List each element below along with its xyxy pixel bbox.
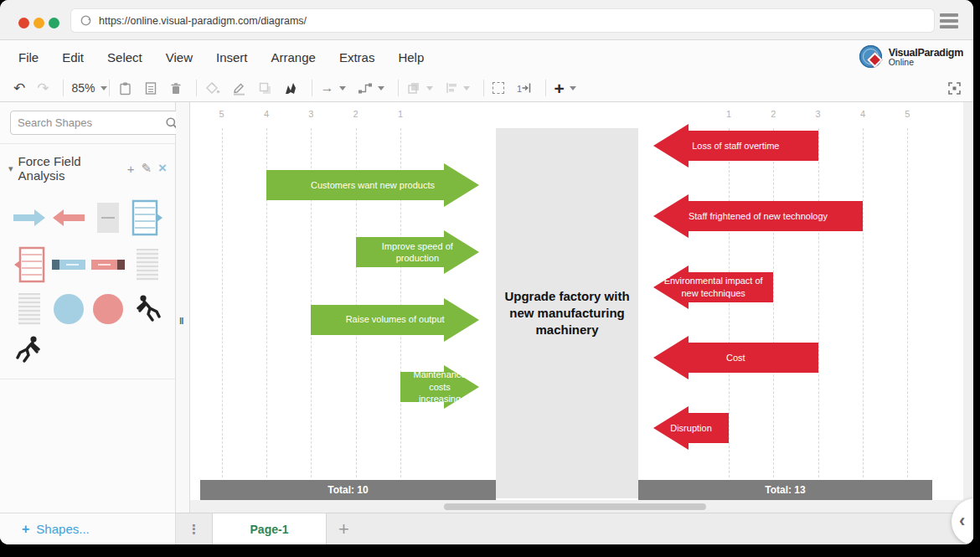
- menu-arrange[interactable]: Arrange: [271, 50, 316, 64]
- driving-arrow-label: Maintenance costs increasing: [400, 365, 479, 409]
- restraining-arrow-label: Cost: [653, 336, 818, 379]
- diagram-canvas[interactable]: Upgrade factory with new manufacturing m…: [190, 102, 973, 513]
- restraining-arrow-label: Loss of staff overtime: [653, 124, 818, 168]
- edit-stencil-icon[interactable]: ✎: [141, 161, 152, 176]
- close-window-button[interactable]: [18, 18, 29, 28]
- panel-resize-gutter[interactable]: ‖: [176, 102, 190, 513]
- restraining-arrow-label: Staff frightened of new technology: [653, 194, 863, 238]
- connector-style-icon[interactable]: [358, 81, 384, 95]
- resize-handle-icon[interactable]: ‖: [179, 316, 184, 326]
- undo-icon[interactable]: ↶: [13, 81, 25, 95]
- maximize-window-button[interactable]: [49, 18, 59, 28]
- gridline: [222, 128, 223, 477]
- driving-arrow-label: Customers want new products: [266, 163, 479, 207]
- ruler-number: 3: [816, 109, 821, 119]
- palette-table-shape-2[interactable]: [18, 293, 40, 325]
- line-color-icon[interactable]: [232, 81, 246, 95]
- shape-palette: [0, 191, 175, 379]
- bring-forward-icon[interactable]: [407, 81, 433, 95]
- palette-driving-arrow-shape[interactable]: [13, 209, 46, 227]
- horizontal-scrollbar[interactable]: [444, 503, 706, 510]
- stencil-section-header: ▾ Force Field Analysis + ✎ ×: [0, 144, 175, 191]
- ruler-number: 3: [308, 109, 313, 119]
- search-shapes-box[interactable]: [10, 111, 186, 135]
- ruler-number: 5: [219, 109, 224, 119]
- menu-bar: File Edit Select View Insert Arrange Ext…: [0, 40, 973, 75]
- palette-driving-bar-shape[interactable]: [52, 260, 85, 270]
- marquee-select-icon[interactable]: [493, 82, 504, 94]
- collapse-icon[interactable]: ▾: [8, 163, 13, 174]
- align-icon[interactable]: [445, 81, 470, 95]
- page-tab-bar: ⋮ Page-1 +: [176, 513, 973, 544]
- arrow-style-icon[interactable]: →: [321, 81, 346, 95]
- note-icon[interactable]: [144, 81, 157, 95]
- menu-help[interactable]: Help: [398, 50, 424, 64]
- add-shape-icon[interactable]: +: [554, 80, 576, 97]
- chevron-left-icon: ‹: [959, 510, 965, 532]
- driving-arrow-label: Raise volumes of output: [311, 298, 479, 342]
- browser-chrome: https://online.visual-paradigm.com/diagr…: [0, 0, 973, 40]
- stencil-section-title: Force Field Analysis: [18, 154, 121, 183]
- address-bar[interactable]: https://online.visual-paradigm.com/diagr…: [71, 9, 934, 32]
- minimize-window-button[interactable]: [34, 18, 44, 28]
- driving-total-bar[interactable]: Total: 10: [200, 480, 496, 500]
- add-stencil-icon[interactable]: +: [127, 162, 135, 176]
- menu-file[interactable]: File: [18, 50, 39, 64]
- visual-paradigm-logo: VisualParadigm Online: [859, 45, 963, 69]
- chevron-down-icon: [378, 86, 384, 90]
- tab-page-1[interactable]: Page-1: [212, 513, 327, 545]
- ruler-number: 5: [905, 109, 910, 119]
- menu-view[interactable]: View: [166, 50, 193, 64]
- driving-arrow-label: Improve speed of production: [356, 230, 479, 274]
- shape-panel: ⋮ ▾ Force Field Analysis + ✎ ×: [0, 102, 176, 544]
- gridline: [773, 128, 774, 477]
- trash-icon[interactable]: [169, 81, 183, 95]
- fit-page-icon[interactable]: 1: [516, 81, 532, 95]
- url-text: https://online.visual-paradigm.com/diagr…: [99, 15, 307, 27]
- svg-text:1: 1: [517, 84, 522, 94]
- add-page-icon[interactable]: +: [327, 520, 361, 539]
- menu-select[interactable]: Select: [107, 50, 142, 64]
- shapes-more-link[interactable]: + Shapes...: [0, 513, 175, 544]
- change-proposal-box[interactable]: Upgrade factory with new manufacturing m…: [496, 128, 638, 498]
- fill-color-icon[interactable]: [205, 81, 220, 95]
- ruler-number: 4: [264, 109, 269, 119]
- menu-insert[interactable]: Insert: [216, 50, 248, 64]
- palette-restraining-bar-shape[interactable]: [91, 260, 125, 270]
- page-menu-icon[interactable]: ⋮: [176, 522, 212, 537]
- browser-menu-icon[interactable]: [940, 13, 958, 31]
- ruler-number: 2: [353, 109, 358, 119]
- fullscreen-icon[interactable]: [947, 81, 962, 95]
- palette-driving-list-shape[interactable]: [132, 199, 163, 236]
- reload-icon[interactable]: [80, 14, 92, 27]
- palette-driving-circle-shape[interactable]: [54, 294, 84, 324]
- toolbar: ↶ ↷ 85% →: [0, 75, 973, 102]
- palette-table-shape-1[interactable]: [137, 249, 158, 281]
- menu-extras[interactable]: Extras: [339, 50, 375, 64]
- ruler-number: 1: [398, 109, 403, 119]
- page-margin: [963, 102, 973, 500]
- shadow-icon[interactable]: [258, 81, 272, 95]
- palette-pushing-figure-left-shape[interactable]: [134, 294, 161, 324]
- palette-restraining-arrow-shape[interactable]: [52, 209, 85, 227]
- close-stencil-icon[interactable]: ×: [158, 160, 167, 177]
- chevron-down-icon: [463, 86, 470, 90]
- restraining-arrow-label: Environmental impact of new techniques: [653, 266, 773, 309]
- palette-pushing-figure-right-shape[interactable]: [16, 335, 43, 365]
- ruler-number: 1: [726, 109, 731, 119]
- search-input[interactable]: [18, 116, 165, 129]
- palette-change-box-shape[interactable]: [97, 203, 119, 233]
- paste-icon[interactable]: [118, 81, 132, 95]
- redo-icon[interactable]: ↷: [37, 81, 49, 95]
- gridline: [907, 128, 908, 477]
- restraining-total-bar[interactable]: Total: 13: [638, 480, 932, 500]
- menu-edit[interactable]: Edit: [62, 50, 84, 64]
- brush-icon[interactable]: [284, 81, 298, 95]
- palette-restraining-circle-shape[interactable]: [93, 294, 123, 324]
- zoom-level-select[interactable]: 85%: [72, 81, 107, 95]
- ruler-number: 4: [860, 109, 865, 119]
- gridline: [863, 128, 864, 477]
- palette-restraining-list-shape[interactable]: [13, 246, 45, 283]
- chevron-down-icon: [339, 86, 346, 90]
- plus-icon: +: [22, 522, 29, 537]
